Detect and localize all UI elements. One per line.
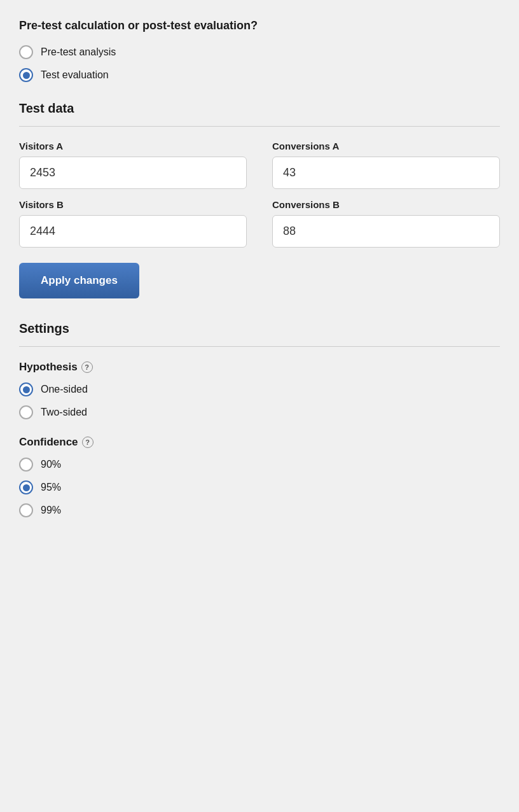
radio-circle-test-eval (19, 68, 33, 82)
radio-conf-95[interactable]: 95% (19, 480, 500, 494)
conversions-a-label: Conversions A (272, 141, 500, 151)
visitors-a-label: Visitors A (19, 141, 247, 151)
conversions-a-group: Conversions A (272, 141, 500, 189)
visitors-a-group: Visitors A (19, 141, 247, 189)
analysis-type-group: Pre-test analysis Test evaluation (19, 45, 500, 82)
settings-divider (19, 346, 500, 347)
visitors-b-label: Visitors B (19, 199, 247, 210)
radio-conf-99[interactable]: 99% (19, 503, 500, 517)
test-data-title: Test data (19, 101, 500, 116)
test-data-divider (19, 126, 500, 127)
settings-title: Settings (19, 321, 500, 336)
page-question: Pre-test calculation or post-test evalua… (19, 19, 500, 32)
radio-one-sided[interactable]: One-sided (19, 382, 500, 396)
hypothesis-label: Hypothesis (19, 361, 78, 374)
conversions-b-input[interactable] (272, 215, 500, 248)
radio-circle-conf-95 (19, 480, 33, 494)
radio-label-conf-90: 90% (41, 459, 61, 470)
settings-section: Settings Hypothesis ? One-sided Two-side… (19, 321, 500, 517)
hypothesis-help-icon[interactable]: ? (81, 361, 93, 373)
radio-circle-one-sided (19, 382, 33, 396)
radio-label-test-eval: Test evaluation (41, 69, 109, 81)
conversions-b-group: Conversions B (272, 199, 500, 248)
test-data-form: Visitors A Conversions A Visitors B Conv… (19, 141, 500, 248)
confidence-label: Confidence (19, 436, 78, 449)
hypothesis-group: Hypothesis ? One-sided Two-sided (19, 361, 500, 419)
radio-label-conf-95: 95% (41, 482, 61, 493)
conversions-b-label: Conversions B (272, 199, 500, 210)
visitors-b-input[interactable] (19, 215, 247, 248)
hypothesis-options: One-sided Two-sided (19, 382, 500, 419)
hypothesis-label-row: Hypothesis ? (19, 361, 500, 374)
confidence-group: Confidence ? 90% 95% 99% (19, 436, 500, 517)
radio-circle-conf-99 (19, 503, 33, 517)
radio-label-pre-test: Pre-test analysis (41, 46, 116, 58)
radio-label-one-sided: One-sided (41, 384, 88, 395)
radio-circle-pre-test (19, 45, 33, 59)
radio-label-two-sided: Two-sided (41, 407, 87, 418)
confidence-label-row: Confidence ? (19, 436, 500, 449)
radio-test-eval[interactable]: Test evaluation (19, 68, 500, 82)
visitors-a-input[interactable] (19, 157, 247, 189)
confidence-options: 90% 95% 99% (19, 458, 500, 517)
radio-conf-90[interactable]: 90% (19, 458, 500, 472)
confidence-help-icon[interactable]: ? (82, 437, 93, 448)
radio-circle-two-sided (19, 405, 33, 419)
visitors-b-group: Visitors B (19, 199, 247, 248)
radio-circle-conf-90 (19, 458, 33, 472)
radio-pre-test[interactable]: Pre-test analysis (19, 45, 500, 59)
radio-label-conf-99: 99% (41, 505, 61, 516)
conversions-a-input[interactable] (272, 157, 500, 189)
apply-changes-button[interactable]: Apply changes (19, 263, 139, 298)
radio-two-sided[interactable]: Two-sided (19, 405, 500, 419)
